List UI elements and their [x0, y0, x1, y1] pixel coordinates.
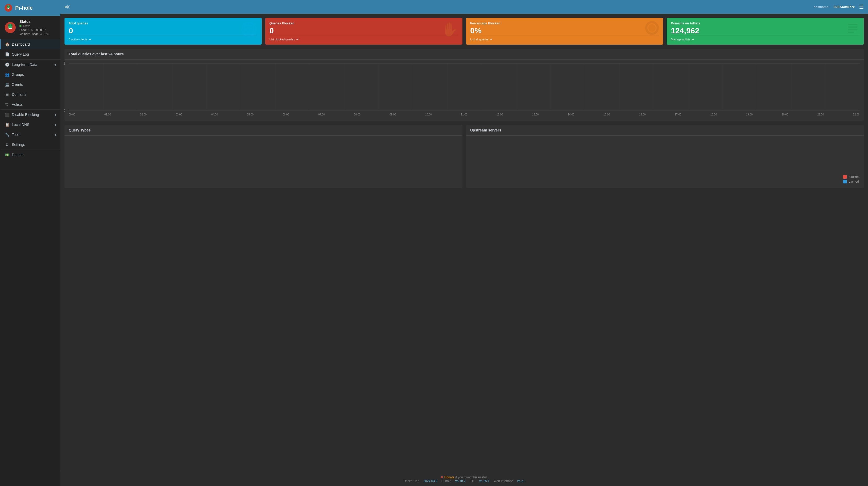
sidebar-item-query-log[interactable]: 📄 Query Log: [0, 49, 60, 59]
x-label-1900: 19:00: [746, 113, 753, 116]
stat-footer-domains-adlists[interactable]: Manage adlists ➡: [671, 35, 860, 41]
hostname-value: 02974aff077e: [834, 5, 855, 9]
nav-label-adlists: Adlists: [12, 102, 23, 107]
stat-title-total-queries: Total queries: [69, 22, 257, 25]
upstream-title: Upstream servers: [466, 125, 864, 136]
donate-icon: 💵: [5, 153, 9, 157]
nav-label-donate: Donate: [12, 153, 24, 157]
x-label-0000: 00:00: [69, 113, 75, 116]
nav-label-groups: Groups: [12, 73, 24, 77]
group-icon: 👥: [5, 73, 9, 77]
hostname-label: hostname:: [813, 5, 830, 9]
sidebar-item-dashboard[interactable]: 🏠 Dashboard: [0, 39, 60, 49]
web-label: Web Interface: [494, 479, 513, 483]
stat-footer-text-adlists: Manage adlists: [671, 38, 690, 41]
sidebar-item-domains[interactable]: ☰ Domains: [0, 89, 60, 99]
stat-footer-text-total: 0 active clients: [69, 38, 88, 41]
upstream-servers-panel: Upstream servers blocked cached: [466, 125, 864, 188]
total-queries-chart-panel: Total queries over last 24 hours 1 0: [64, 49, 864, 121]
svg-rect-12: [848, 29, 858, 30]
x-label-1400: 14:00: [568, 113, 575, 116]
sidebar-item-donate[interactable]: 💵 Donate: [0, 150, 60, 160]
nav-label-clients: Clients: [12, 82, 23, 87]
sidebar-item-clients[interactable]: 💻 Clients: [0, 80, 60, 89]
chevron-right-icon2: ◀: [54, 113, 56, 116]
footer-donate-line: ❤ Donate if you found this useful.: [63, 476, 865, 479]
topbar-right: hostname: 02974aff077e ☰: [813, 4, 864, 10]
heart-icon: ❤: [441, 476, 443, 479]
topbar-left: ≪: [64, 4, 70, 10]
stat-title-queries-blocked: Queries Blocked: [270, 22, 458, 25]
toggle-sidebar-button[interactable]: ≪: [64, 4, 70, 10]
stat-footer-total-queries[interactable]: 0 active clients ➡: [69, 35, 257, 41]
pie-chart-icon: [645, 21, 659, 38]
footer: ❤ Donate if you found this useful. Docke…: [60, 472, 868, 486]
svg-point-3: [9, 6, 10, 7]
arrow-right-icon2: ➡: [296, 37, 299, 41]
sidebar-item-long-term-data[interactable]: 🕐 Long-term Data ◀: [0, 59, 60, 69]
nav-label-long-term-data: Long-term Data: [12, 62, 37, 67]
status-title: Status: [20, 20, 49, 24]
stat-title-domains-adlists: Domains on Adlists: [671, 22, 860, 25]
stat-footer-text-blocked: List blocked queries: [270, 38, 295, 41]
legend-item-blocked: blocked: [843, 175, 860, 179]
footer-donate-suffix: if you found this useful.: [455, 476, 488, 479]
chevron-right-icon: ◀: [54, 63, 56, 66]
legend-box-blocked: [843, 175, 847, 179]
x-label-2000: 20:00: [782, 113, 788, 116]
legend-item-cached: cached: [843, 180, 860, 183]
stat-footer-percentage-blocked[interactable]: List all queries ➡: [470, 35, 659, 41]
x-label-1000: 10:00: [425, 113, 432, 116]
stat-value-percentage-blocked: 0%: [470, 26, 659, 35]
stat-footer-text-pct: List all queries: [470, 38, 489, 41]
pihole-version: v5.18.2: [455, 479, 465, 483]
stat-value-queries-blocked: 0: [270, 26, 458, 35]
nav-label-settings: Settings: [12, 142, 25, 147]
stat-title-percentage-blocked: Percentage Blocked: [470, 22, 659, 25]
legend-label-cached: cached: [849, 180, 859, 183]
sidebar-item-groups[interactable]: 👥 Groups: [0, 69, 60, 80]
chart-svg: [69, 63, 860, 110]
legend-box-cached: [843, 180, 847, 183]
docker-tag-value: 2024.03.2: [423, 479, 437, 483]
upstream-legend: blocked cached: [843, 175, 860, 184]
sidebar-item-settings[interactable]: ⚙ Settings: [0, 140, 60, 150]
sidebar-item-disable-blocking[interactable]: ⬛ Disable Blocking ◀: [0, 109, 60, 120]
footer-versions: Docker Tag 2024.03.2 Pi-hole v5.18.2 FTL…: [63, 479, 865, 483]
query-types-panel: Query Types: [64, 125, 462, 188]
x-label-1300: 13:00: [532, 113, 539, 116]
query-types-body: [64, 136, 462, 188]
sidebar-item-adlists[interactable]: 🛡 Adlists: [0, 99, 60, 109]
status-load: Load: 1.05 0.95 0.87: [20, 28, 49, 31]
pihole-label: Pi-hole: [441, 479, 451, 483]
footer-donate-link[interactable]: Donate: [444, 476, 455, 479]
stat-footer-queries-blocked[interactable]: List blocked queries ➡: [270, 35, 458, 41]
svg-point-2: [7, 6, 8, 7]
stat-cards: Total queries 0 🌐 0 active clients ➡ Que…: [64, 18, 864, 45]
arrow-right-icon: ➡: [89, 37, 91, 41]
block-icon: ⬛: [5, 113, 9, 117]
x-label-0300: 03:00: [176, 113, 182, 116]
chart-area: 1 0: [69, 63, 860, 111]
x-label-0400: 04:00: [211, 113, 218, 116]
ftl-label: FTL: [469, 479, 475, 483]
svg-point-7: [11, 24, 12, 26]
hand-icon: ✋: [441, 22, 458, 37]
svg-rect-10: [848, 24, 858, 25]
chart-x-labels: 00:00 01:00 02:00 03:00 04:00 05:00 06:0…: [69, 112, 860, 117]
status-memory: Memory usage: 36.1 %: [20, 32, 49, 35]
x-label-0700: 07:00: [318, 113, 325, 116]
x-label-0900: 09:00: [390, 113, 396, 116]
two-col-panels: Query Types Upstream servers blocked: [64, 125, 864, 192]
x-label-0800: 08:00: [354, 113, 361, 116]
stat-card-total-queries: Total queries 0 🌐 0 active clients ➡: [64, 18, 261, 45]
x-label-1600: 16:00: [639, 113, 646, 116]
sidebar-item-local-dns[interactable]: 📋 Local DNS ◀: [0, 120, 60, 130]
dns-icon: 📋: [5, 122, 9, 127]
stat-card-queries-blocked: Queries Blocked 0 ✋ List blocked queries…: [265, 18, 462, 45]
docker-tag-label: Docker Tag: [403, 479, 419, 483]
menu-icon[interactable]: ☰: [859, 4, 864, 10]
chevron-right-icon4: ◀: [54, 133, 56, 137]
legend-label-blocked: blocked: [849, 175, 860, 179]
sidebar-item-tools[interactable]: 🔧 Tools ◀: [0, 130, 60, 140]
